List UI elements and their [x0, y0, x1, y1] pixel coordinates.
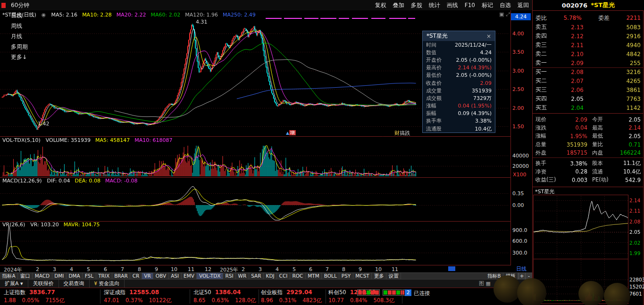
quote-label: 外盘: [535, 149, 546, 157]
popup-row-label: 收盘价: [426, 80, 442, 87]
indicator-tab-MCST[interactable]: MCST: [353, 273, 372, 279]
close-icon[interactable]: ×: [486, 33, 491, 40]
indicator-tab-VOL-TDX[interactable]: VOL-TDX: [197, 273, 223, 279]
order-row-卖五[interactable]: 卖五2.135083: [533, 23, 643, 32]
menu-item-标记[interactable]: 标记: [478, 0, 496, 10]
indicator-tab-设置[interactable]: 设置: [386, 273, 401, 279]
chart-corner-icons[interactable]: ▣ ⤢: [499, 11, 510, 17]
indicator-tab-OBV[interactable]: OBV: [153, 273, 168, 279]
menu-item-F10[interactable]: F10: [461, 0, 478, 10]
index-quote-北证50[interactable]: 北证501386.04: [193, 289, 241, 296]
quote-label: 涨跌: [535, 124, 546, 132]
mini-vol-tick: 15202: [629, 284, 643, 289]
index-quote-深证成指[interactable]: 深证成指12585.08: [104, 289, 159, 296]
order-row-卖二[interactable]: 卖二2.104842: [533, 49, 643, 58]
indicator-tab-EMV[interactable]: EMV: [182, 273, 197, 279]
indicator-tab-VR[interactable]: VR: [142, 273, 153, 279]
menu-item-60分钟[interactable]: 60分钟: [8, 0, 33, 10]
index-change: 10.77: [328, 297, 344, 304]
time-axis-label: 8: [342, 266, 345, 272]
indicator-tab-BOLL[interactable]: BOLL: [322, 273, 339, 279]
indicator-tab-PSY[interactable]: PSY: [339, 273, 353, 279]
indicator-tab-指标A[interactable]: 指标A: [0, 273, 18, 279]
period-label[interactable]: 日线: [516, 265, 527, 272]
quote-value: 542.9: [625, 177, 641, 183]
indicator-tab-更多[interactable]: 更多: [372, 273, 386, 279]
indicator-tab-ROC[interactable]: ROC: [290, 273, 306, 279]
order-row-买二[interactable]: 买二2.074265: [533, 76, 643, 85]
menu-item-复权[interactable]: 复权: [372, 0, 390, 10]
index-value: 2929.04: [286, 289, 312, 296]
index-change: 0.63%: [212, 297, 229, 304]
indicator-value: VR: 103.20: [30, 222, 59, 228]
time-axis-label: 7: [326, 266, 329, 272]
indicator-tab-CR[interactable]: CR: [130, 273, 142, 279]
settings-circle-icon[interactable]: ◉: [42, 12, 46, 18]
mini-chart-title[interactable]: *ST星光: [535, 188, 554, 195]
order-row-卖四[interactable]: 卖四2.122916: [533, 32, 643, 41]
order-row-买四[interactable]: 买四2.057763: [533, 94, 643, 103]
watermark-emoji: [517, 278, 546, 305]
indicator-tab-BRAR[interactable]: BRAR: [112, 273, 131, 279]
quote-cell: 股本11.1亿: [590, 159, 643, 168]
scrollbar-handle[interactable]: [448, 266, 455, 271]
menu-item-返回[interactable]: 返回: [514, 0, 532, 10]
zoom-in-button[interactable]: +: [518, 273, 525, 279]
menu-item-画线[interactable]: 画线: [443, 0, 461, 10]
indicator-tab-TRIX[interactable]: TRIX: [96, 273, 112, 279]
indicator-tab-RSI[interactable]: RSI: [223, 273, 236, 279]
menu-item-自选[interactable]: 自选: [496, 0, 514, 10]
order-row-买一[interactable]: 买一2.083216: [533, 67, 643, 76]
menu-item-多周期[interactable]: 多周期: [8, 41, 33, 52]
popup-row: 振幅0.09 (4.39%): [423, 110, 495, 117]
menu-item-多股[interactable]: 多股: [408, 0, 426, 10]
function-tab-3[interactable]: ¥资金流向: [90, 280, 125, 288]
indicator-tab-ASI[interactable]: ASI: [169, 273, 182, 279]
status-separator: [190, 289, 190, 304]
menu-item-日线[interactable]: 日线: [8, 10, 33, 21]
quote-label: 量比: [592, 141, 603, 148]
popup-row: 成交量351939: [423, 87, 495, 94]
indicator-tab-FSL[interactable]: FSL: [83, 273, 96, 279]
function-tab-2[interactable]: 交易查询: [59, 280, 90, 288]
order-row-卖三[interactable]: 卖三2.114940: [533, 41, 643, 49]
order-row-买五[interactable]: 买五2.041142: [533, 103, 643, 112]
order-row-卖一[interactable]: 卖一2.09255: [533, 58, 643, 67]
mini-price-tick: 2.08: [629, 219, 643, 224]
indicator-tab-窗口[interactable]: 窗口: [18, 273, 33, 279]
index-quote-创业板指[interactable]: 创业板指2929.04: [261, 289, 312, 296]
popup-title-bar[interactable]: *ST星光 ×: [423, 31, 495, 41]
menu-item-更多↓[interactable]: 更多↓: [8, 52, 33, 62]
indicator-tab-DMI[interactable]: DMI: [52, 273, 67, 279]
indicator-value: MA60: 2.02: [151, 12, 181, 18]
index-change-row: 10.770.84%508.3亿: [328, 297, 401, 304]
indicator-tab-CCI[interactable]: CCI: [277, 273, 290, 279]
popup-row-value: 2.09: [480, 80, 492, 86]
indicator-tab-MACD[interactable]: MACD: [33, 273, 52, 279]
volume-increase-marker[interactable]: ▲增: [286, 130, 296, 136]
function-tab-0[interactable]: 扩展A ▾: [0, 280, 28, 288]
menu-item-统计[interactable]: 统计: [426, 0, 443, 10]
indicator-value: DEA: 0.08: [75, 178, 100, 184]
function-tab-1[interactable]: 关联报价: [28, 280, 59, 288]
indicator-tab-SAR[interactable]: SAR: [249, 273, 264, 279]
axis-tick: 0.00: [512, 202, 531, 208]
menu-item-月线[interactable]: 月线: [8, 31, 33, 41]
quote-value: 166224: [620, 149, 641, 156]
quote-grid: 现价2.09今开2.05涨跌0.04最高2.14涨幅1.95%最低2.05总量3…: [533, 115, 643, 157]
function-tab-label: 关联报价: [33, 280, 54, 288]
menu-item-叠加[interactable]: 叠加: [390, 0, 408, 10]
indicator-tab-WR[interactable]: WR: [236, 273, 249, 279]
index-quote-上证指数[interactable]: 上证指数3836.77: [4, 289, 55, 296]
connection-badge[interactable]: 2: [405, 289, 411, 296]
indicator-tab-KDJ[interactable]: KDJ: [264, 273, 277, 279]
order-volume: 7763: [584, 96, 641, 102]
panel-divider-4: [533, 187, 643, 187]
indicator-tab-DMA[interactable]: DMA: [67, 273, 83, 279]
menu-item-周线[interactable]: 周线: [8, 21, 33, 31]
axis-tick: 2.50: [512, 86, 531, 92]
order-row-买三[interactable]: 买三2.063861: [533, 85, 643, 94]
marker-triangle-icon: ▲: [286, 131, 289, 135]
indicator-tab-MTM[interactable]: MTM: [306, 273, 322, 279]
axis-tick: 1.50: [512, 124, 531, 130]
